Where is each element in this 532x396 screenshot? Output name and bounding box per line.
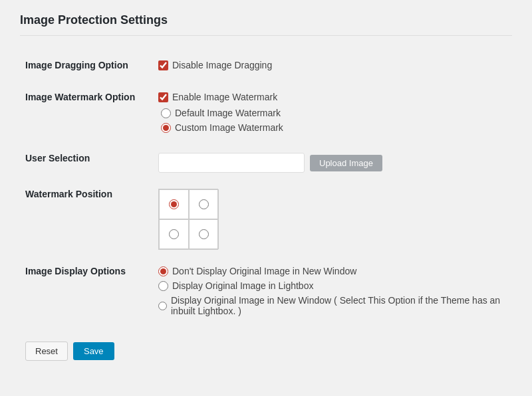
- enable-watermark-label: Enable Image Watermark: [172, 92, 277, 102]
- watermark-position-row: Watermark Position: [20, 181, 512, 258]
- position-bottom-left: [159, 219, 189, 249]
- image-dragging-row: Image Dragging Option Disable Image Drag…: [20, 52, 512, 84]
- watermark-type-options: Default Image Watermark Custom Image Wat…: [158, 108, 507, 133]
- upload-image-button[interactable]: Upload Image: [310, 155, 382, 171]
- position-top-right: [189, 189, 219, 219]
- custom-watermark-radio-label: Custom Image Watermark: [175, 122, 283, 133]
- position-bottom-right-radio[interactable]: [199, 229, 209, 239]
- default-watermark-row: Default Image Watermark: [161, 108, 507, 118]
- new-window-radio[interactable]: [158, 301, 167, 311]
- default-watermark-radio-label: Default Image Watermark: [175, 108, 281, 118]
- user-selection-label: User Selection: [20, 145, 153, 181]
- form-buttons: Reset Save: [20, 342, 512, 361]
- image-watermark-row: Image Watermark Option Enable Image Wate…: [20, 84, 512, 145]
- default-watermark-radio[interactable]: [161, 108, 171, 118]
- position-top-left: [159, 189, 189, 219]
- new-window-label: Display Original Image in New Window ( S…: [171, 295, 507, 316]
- lightbox-row: Display Original Image in Lightbox: [158, 280, 507, 291]
- position-top-left-radio[interactable]: [169, 199, 179, 209]
- lightbox-label: Display Original Image in Lightbox: [172, 280, 313, 291]
- position-bottom-right: [189, 219, 219, 249]
- image-watermark-label: Image Watermark Option: [20, 84, 153, 145]
- no-display-label: Don't Display Original Image in New Wind…: [172, 266, 356, 276]
- new-window-row: Display Original Image in New Window ( S…: [158, 295, 507, 316]
- image-dragging-label: Image Dragging Option: [20, 52, 153, 84]
- custom-watermark-row: Custom Image Watermark: [161, 122, 507, 133]
- image-display-label: Image Display Options: [20, 258, 153, 328]
- user-selection-input[interactable]: [158, 153, 305, 173]
- save-button[interactable]: Save: [73, 342, 114, 360]
- disable-dragging-label: Disable Image Dragging: [172, 60, 272, 70]
- no-display-radio[interactable]: [158, 266, 168, 276]
- image-dragging-option: Disable Image Dragging: [158, 60, 507, 70]
- user-selection-row: User Selection Upload Image: [20, 145, 512, 181]
- no-display-row: Don't Display Original Image in New Wind…: [158, 266, 507, 276]
- position-bottom-left-radio[interactable]: [169, 229, 179, 239]
- image-display-row: Image Display Options Don't Display Orig…: [20, 258, 512, 328]
- enable-watermark-checkbox[interactable]: [158, 92, 168, 102]
- custom-watermark-radio[interactable]: [161, 123, 171, 133]
- watermark-position-grid: [158, 189, 218, 250]
- enable-watermark-option: Enable Image Watermark: [158, 92, 507, 102]
- position-top-right-radio[interactable]: [199, 199, 209, 209]
- disable-dragging-checkbox[interactable]: [158, 60, 168, 70]
- lightbox-radio[interactable]: [158, 281, 168, 291]
- watermark-position-label: Watermark Position: [20, 181, 153, 258]
- upload-row: Upload Image: [158, 153, 507, 173]
- reset-button[interactable]: Reset: [25, 342, 68, 361]
- page-title: Image Protection Settings: [20, 13, 512, 36]
- settings-table: Image Dragging Option Disable Image Drag…: [20, 52, 512, 328]
